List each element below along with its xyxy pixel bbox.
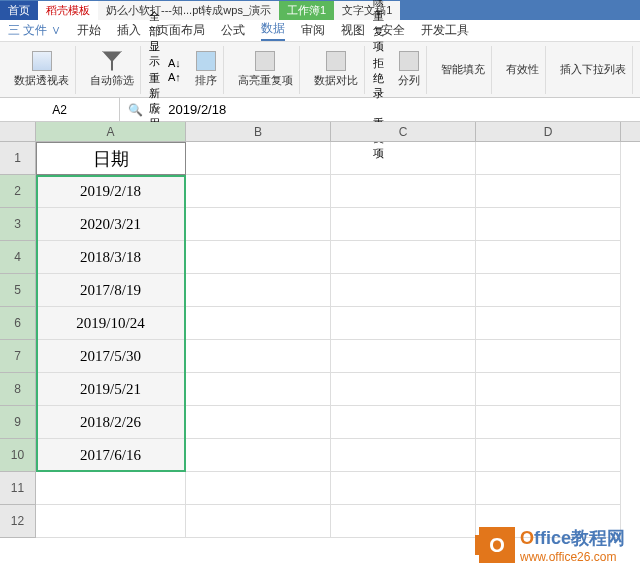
valid-group[interactable]: 有效性 — [500, 46, 546, 94]
cell-d8[interactable] — [476, 373, 621, 406]
tab-doc1[interactable]: 奶么小软打---知...pt转成wps_演示 — [98, 1, 279, 20]
tab-home[interactable]: 首页 — [0, 1, 38, 20]
row-header-8[interactable]: 8 — [0, 373, 36, 406]
cell-b10[interactable] — [186, 439, 331, 472]
tab-template[interactable]: 稻壳模板 — [38, 1, 98, 20]
sort-group[interactable]: 排序 — [189, 46, 224, 94]
compare-label: 数据对比 — [314, 73, 358, 88]
cell-b4[interactable] — [186, 241, 331, 274]
col-header-a[interactable]: A — [36, 122, 186, 141]
row-header-1[interactable]: 1 — [0, 142, 36, 175]
cell-a8[interactable]: 2019/5/21 — [36, 373, 186, 406]
row-header-7[interactable]: 7 — [0, 340, 36, 373]
cell-c4[interactable] — [331, 241, 476, 274]
cell-c10[interactable] — [331, 439, 476, 472]
cell-a10[interactable]: 2017/6/16 — [36, 439, 186, 472]
row-header-4[interactable]: 4 — [0, 241, 36, 274]
cell-d9[interactable] — [476, 406, 621, 439]
cell-b11[interactable] — [186, 472, 331, 505]
sort-desc[interactable]: A↑ — [168, 71, 181, 83]
col-header-b[interactable]: B — [186, 122, 331, 141]
name-box-input[interactable] — [8, 103, 111, 117]
highlight-group[interactable]: 高亮重复项 — [232, 46, 300, 94]
split-group[interactable]: 分列 — [392, 46, 427, 94]
file-menu[interactable]: 三 文件 ∨ — [8, 22, 61, 39]
cell-c7[interactable] — [331, 340, 476, 373]
cell-d10[interactable] — [476, 439, 621, 472]
menu-view[interactable]: 视图 — [341, 22, 365, 39]
row-header-3[interactable]: 3 — [0, 208, 36, 241]
ribbon: 数据透视表 自动筛选 全部显示 重新应用 A↓ A↑ 排序 高亮重复项 数据对比… — [0, 42, 640, 98]
cell-a12[interactable] — [36, 505, 186, 538]
cell-c6[interactable] — [331, 307, 476, 340]
compare-group[interactable]: 数据对比 — [308, 46, 365, 94]
cell-a7[interactable]: 2017/5/30 — [36, 340, 186, 373]
filter-group[interactable]: 自动筛选 — [84, 46, 141, 94]
cell-a1[interactable]: 日期 — [36, 142, 186, 175]
cell-a11[interactable] — [36, 472, 186, 505]
remove-dup[interactable]: 删除重复项 — [373, 0, 384, 54]
col-header-d[interactable]: D — [476, 122, 621, 141]
split-label: 分列 — [398, 73, 420, 88]
fill-group[interactable]: 智能填充 — [435, 46, 492, 94]
cell-b1[interactable] — [186, 142, 331, 175]
cell-d5[interactable] — [476, 274, 621, 307]
tab-sheet[interactable]: 工作簿1 — [279, 1, 334, 20]
zoom-icon[interactable]: 🔍 — [128, 103, 143, 117]
cell-b12[interactable] — [186, 505, 331, 538]
cell-c1[interactable] — [331, 142, 476, 175]
cell-a2[interactable]: 2019/2/18 — [36, 175, 186, 208]
row-header-9[interactable]: 9 — [0, 406, 36, 439]
cell-d2[interactable] — [476, 175, 621, 208]
menu-review[interactable]: 审阅 — [301, 22, 325, 39]
menu-dev[interactable]: 开发工具 — [421, 22, 469, 39]
cell-a4[interactable]: 2018/3/18 — [36, 241, 186, 274]
show-all[interactable]: 全部显示 — [149, 9, 160, 69]
fx-icon[interactable]: fx — [151, 103, 160, 117]
cell-b8[interactable] — [186, 373, 331, 406]
cell-c11[interactable] — [331, 472, 476, 505]
menu-formula[interactable]: 公式 — [221, 22, 245, 39]
cell-a5[interactable]: 2017/8/19 — [36, 274, 186, 307]
cell-d4[interactable] — [476, 241, 621, 274]
menu-security[interactable]: 安全 — [381, 22, 405, 39]
cell-b3[interactable] — [186, 208, 331, 241]
row-header-2[interactable]: 2 — [0, 175, 36, 208]
row-header-12[interactable]: 12 — [0, 505, 36, 538]
cell-b2[interactable] — [186, 175, 331, 208]
menu-layout[interactable]: 页面布局 — [157, 22, 205, 39]
sort-asc[interactable]: A↓ — [168, 57, 181, 69]
formula-input[interactable] — [168, 102, 632, 117]
cell-a3[interactable]: 2020/3/21 — [36, 208, 186, 241]
cell-a6[interactable]: 2019/10/24 — [36, 307, 186, 340]
menu-insert[interactable]: 插入 — [117, 22, 141, 39]
cell-c2[interactable] — [331, 175, 476, 208]
cell-c3[interactable] — [331, 208, 476, 241]
cell-a9[interactable]: 2018/2/26 — [36, 406, 186, 439]
cell-d1[interactable] — [476, 142, 621, 175]
cell-b7[interactable] — [186, 340, 331, 373]
menu-data[interactable]: 数据 — [261, 20, 285, 41]
cell-d11[interactable] — [476, 472, 621, 505]
select-all-corner[interactable] — [0, 122, 36, 141]
row-header-6[interactable]: 6 — [0, 307, 36, 340]
row-header-11[interactable]: 11 — [0, 472, 36, 505]
dropdown-group[interactable]: 插入下拉列表 — [554, 46, 633, 94]
pivot-group[interactable]: 数据透视表 — [8, 46, 76, 94]
cell-c9[interactable] — [331, 406, 476, 439]
cell-b9[interactable] — [186, 406, 331, 439]
row-header-10[interactable]: 10 — [0, 439, 36, 472]
cell-d3[interactable] — [476, 208, 621, 241]
cell-c5[interactable] — [331, 274, 476, 307]
name-box[interactable] — [0, 98, 120, 121]
cell-c12[interactable] — [331, 505, 476, 538]
col-header-c[interactable]: C — [331, 122, 476, 141]
cell-b5[interactable] — [186, 274, 331, 307]
cell-b6[interactable] — [186, 307, 331, 340]
cell-d7[interactable] — [476, 340, 621, 373]
tab-doc2[interactable]: 文字文稿1 — [334, 1, 400, 20]
menu-start[interactable]: 开始 — [77, 22, 101, 39]
row-header-5[interactable]: 5 — [0, 274, 36, 307]
cell-c8[interactable] — [331, 373, 476, 406]
cell-d6[interactable] — [476, 307, 621, 340]
